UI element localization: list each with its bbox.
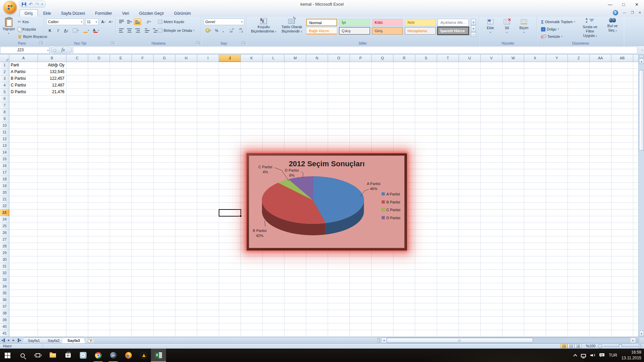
cell-b1[interactable]: Aldığı Oy [38,62,66,69]
row-header-18[interactable]: 18 [0,176,9,183]
column-header-l[interactable]: L [263,55,284,62]
minimize-icon[interactable]: — [608,2,612,7]
autosum-button[interactable]: Σ Otomatik Toplam ▾ [540,18,576,25]
row-header-24[interactable]: 24 [0,216,9,223]
workbook-close-icon[interactable]: ✕ [639,10,641,15]
font-size-select[interactable]: 11▾ [85,18,99,25]
cell-b2[interactable]: 132,545 [38,69,66,75]
horizontal-scroll-thumb[interactable] [387,338,533,343]
speaker-icon[interactable] [590,353,595,357]
row-header-38[interactable]: 38 [0,310,9,317]
column-header-j[interactable]: J [219,55,241,62]
row-header-25[interactable]: 25 [0,223,9,230]
row-header-22[interactable]: 22 [0,203,9,209]
row-header-20[interactable]: 20 [0,189,9,196]
column-header-c[interactable]: C [66,55,88,62]
column-header-p[interactable]: P [350,55,372,62]
taskbar-icon-chrome[interactable] [91,349,106,362]
delete-cells-button[interactable]: ✕ Sil ▾ [500,19,514,35]
row-header-7[interactable]: 7 [0,102,9,109]
merge-center-button[interactable]: Birleştir ve Ortala ▾ [157,27,196,34]
borders-button[interactable]: ▾ [72,27,79,34]
align-right-button[interactable] [134,27,141,34]
help-icon[interactable]: ? [613,10,618,15]
tray-expand-icon[interactable] [573,354,577,358]
taskbar-icon-task-view[interactable] [30,349,45,362]
percent-style-button[interactable]: % [214,27,220,34]
row-header-17[interactable]: 17 [0,169,9,176]
maximize-icon[interactable]: □ [622,2,625,7]
zoom-slider-thumb[interactable] [619,345,622,348]
scroll-left-icon[interactable]: ◄ [381,338,386,343]
fill-color-button[interactable]: ▾ [82,27,90,34]
next-sheet-icon[interactable]: ► [11,338,16,343]
row-header-31[interactable]: 31 [0,263,9,270]
taskbar-icon-search[interactable] [15,349,30,362]
format-as-table-button[interactable]: Tablo Olarak Biçimlendir ▾ [278,18,305,34]
column-header-t[interactable]: T [437,55,459,62]
ribbon-tab-gözden-geçir[interactable]: Gözden Geçir [135,10,169,17]
name-box-dropdown-icon[interactable]: ▾ [47,49,49,52]
column-header-w[interactable]: W [502,55,524,62]
row-header-27[interactable]: 27 [0,236,9,243]
taskbar-icon-store[interactable] [60,349,75,362]
sheet-tab-sayfa1[interactable]: Sayfa1 [22,337,46,344]
row-header-11[interactable]: 11 [0,129,9,136]
scroll-down-icon[interactable]: ▼ [639,331,644,336]
bold-button[interactable]: K [46,27,54,34]
taskbar-icon-start[interactable] [0,349,15,362]
row-header-34[interactable]: 34 [0,283,9,290]
column-header-d[interactable]: D [88,55,110,62]
conditional-formatting-button[interactable]: Koşullu Biçimlendirme ▾ [250,18,278,34]
column-header-e[interactable]: E [110,55,132,62]
notifications-icon[interactable] [599,353,604,357]
number-format-select[interactable]: Genel▾ [204,18,244,25]
row-header-35[interactable]: 35 [0,290,9,297]
taskbar-icon-media-player[interactable] [75,349,91,362]
row-header-26[interactable]: 26 [0,230,9,236]
insert-worksheet-button[interactable]: ✱ [85,338,95,344]
cell-b4[interactable]: 12,487 [38,82,66,89]
align-center-button[interactable] [126,27,133,34]
column-header-x[interactable]: X [524,55,546,62]
zoom-out-icon[interactable]: – [598,344,602,348]
column-header-h[interactable]: H [175,55,197,62]
decrease-decimal-button[interactable]: .00→.0 [236,27,245,34]
row-header-23[interactable]: 23 [0,209,9,216]
row-header-19[interactable]: 19 [0,183,9,189]
find-select-button[interactable]: Bul ve Seç ▾ [604,18,621,33]
zoom-in-icon[interactable]: + [638,344,642,348]
row-header-39[interactable]: 39 [0,317,9,323]
alignment-dialog-launcher-icon[interactable]: ↘ [196,41,200,45]
formula-input[interactable] [73,47,637,54]
format-painter-button[interactable]: Biçim Boyacısı [17,33,48,40]
cell-b3[interactable]: 122,457 [38,75,66,82]
vertical-scrollbar[interactable]: ▲ ▼ [638,55,644,337]
column-header-u[interactable]: U [459,55,481,62]
styles-scroll-down-icon[interactable]: ▼ [471,25,476,32]
cell-style-açıklama-me[interactable]: Açıklama Me... [438,19,469,26]
column-header-b[interactable]: B [38,55,66,62]
network-icon[interactable] [581,354,586,357]
vertical-scroll-thumb[interactable] [639,70,644,150]
row-header-8[interactable]: 8 [0,109,9,116]
row-header-28[interactable]: 28 [0,243,9,250]
align-left-button[interactable] [118,27,125,34]
orientation-button[interactable]: ab▾ [144,18,154,25]
row-header-3[interactable]: 3 [0,75,9,82]
taskbar-icon-excel[interactable]: X [151,349,166,362]
row-header-30[interactable]: 30 [0,256,9,263]
workbook-restore-icon[interactable]: ❐ [631,10,634,15]
row-header-1[interactable]: 1 [0,62,9,69]
keyboard-language[interactable]: TUR [609,353,617,358]
cell-style-çıkış[interactable]: Çıkış [339,27,370,35]
styles-more-icon[interactable]: ⌄ [471,32,476,37]
first-sheet-icon[interactable]: ◄▌ [1,338,5,343]
row-header-10[interactable]: 10 [0,122,9,129]
row-header-41[interactable]: 41 [0,330,9,337]
taskbar-icon-file-explorer[interactable] [45,349,60,362]
align-top-button[interactable] [118,18,125,25]
row-header-29[interactable]: 29 [0,250,9,256]
cell-style-i-şaretli-hücre[interactable]: İşaretli Hücre [438,27,469,35]
column-header-ab[interactable]: AB [611,55,633,62]
